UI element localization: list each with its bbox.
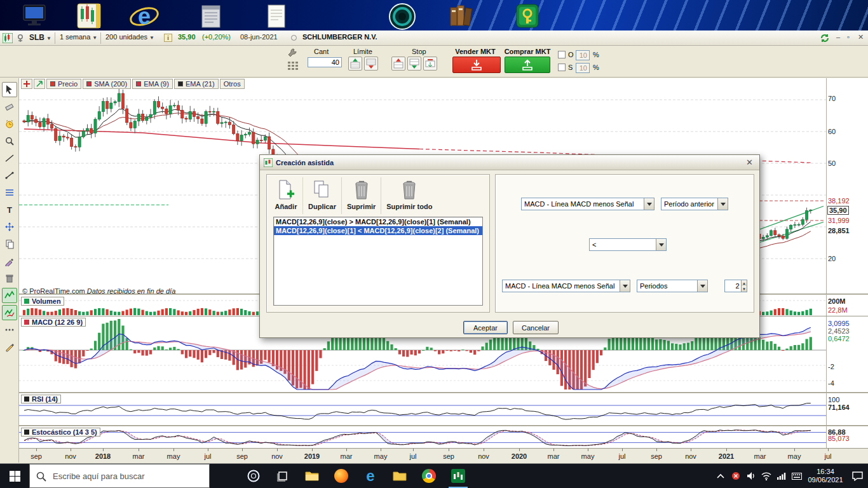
fibonacci-tool[interactable]	[2, 185, 17, 200]
periods-spinner[interactable]: ▲▼	[724, 280, 747, 292]
keyboard-icon[interactable]	[789, 464, 804, 488]
desktop-icon-internet-explorer[interactable]: e	[128, 3, 156, 29]
network-signal-icon[interactable]	[774, 464, 789, 488]
buy-market-button[interactable]	[505, 57, 550, 73]
edge-button[interactable]: e	[356, 464, 385, 488]
tab-ema9[interactable]: EMA (9)	[132, 79, 173, 89]
eraser-tool[interactable]	[2, 99, 17, 114]
buy-limit-button[interactable]	[348, 57, 362, 71]
tab-ema21[interactable]: EMA (21)	[174, 79, 219, 89]
action-center-icon[interactable]	[846, 464, 868, 488]
desktop-icon-keepass[interactable]	[513, 3, 541, 29]
text-tool[interactable]: T	[2, 202, 17, 217]
condition-row[interactable]: MACD[12,26,9](close) > MACD[12,26,9](clo…	[274, 217, 482, 226]
sell-stop-button[interactable]	[407, 57, 421, 71]
zoom-tool[interactable]	[2, 133, 17, 149]
alarm-tool[interactable]	[2, 116, 17, 132]
dialog-suprimir-todo-button[interactable]: Suprimir todo	[381, 177, 437, 214]
dialog-suprimir-button[interactable]: Suprimir	[341, 177, 381, 214]
tray-expand-icon[interactable]	[713, 464, 728, 488]
start-button[interactable]	[0, 464, 29, 488]
desktop-icon-notepad[interactable]	[197, 3, 225, 29]
minimize-button[interactable]: –	[836, 33, 840, 41]
pin-icon[interactable]	[16, 34, 25, 43]
spinner-up-icon[interactable]: ▲	[742, 280, 747, 286]
wrench-icon[interactable]	[287, 48, 297, 58]
duplicate-tool[interactable]	[2, 236, 17, 252]
conditions-list[interactable]: MACD[12,26,9](close) > MACD[12,26,9](clo…	[273, 217, 483, 306]
info-icon[interactable]: i	[164, 34, 172, 42]
spinner-down-icon[interactable]: ▼	[742, 286, 747, 292]
macd-panel-label[interactable]: MACD (12 26 9)	[21, 318, 86, 327]
axis-date-label: jul	[618, 452, 625, 460]
add-indicator-button[interactable]	[21, 79, 32, 89]
move-tool[interactable]	[2, 219, 17, 234]
volume-panel-label[interactable]: Volumen	[21, 297, 64, 306]
taskbar-search[interactable]	[29, 464, 210, 488]
stoch-panel-label[interactable]: Estocástico (14 3 5)	[21, 428, 100, 437]
search-input[interactable]	[30, 471, 209, 482]
objective-value-input[interactable]	[576, 50, 590, 60]
quantity-input[interactable]	[308, 57, 342, 67]
maximize-button[interactable]: ▫	[847, 33, 850, 41]
right-operand-dropdown[interactable]: MACD - Línea MACD menos Señal	[502, 280, 630, 292]
file-explorer-button[interactable]	[297, 464, 327, 488]
delete-tool[interactable]	[2, 271, 17, 286]
timeframe-selector[interactable]: 1 semana▼	[60, 33, 97, 41]
tab-precio[interactable]: Precio	[46, 79, 81, 89]
stoploss-checkbox[interactable]	[558, 64, 566, 71]
pen-tool[interactable]	[2, 339, 17, 355]
dialog-añadir-button[interactable]: Añadir	[269, 177, 302, 214]
time-axis[interactable]: sepnov2018marmayjulsepnov2019marmayjulse…	[19, 448, 868, 463]
more-tools[interactable]	[2, 322, 17, 337]
desktop-icon-monitor[interactable]	[20, 3, 48, 29]
symbol-selector[interactable]: SLB▼	[29, 33, 51, 42]
line-tool[interactable]	[2, 151, 17, 166]
task-view-button[interactable]	[268, 464, 297, 488]
accept-button[interactable]: Aceptar	[463, 321, 508, 334]
sell-limit-button[interactable]	[364, 57, 378, 71]
expand-chart-button[interactable]	[34, 79, 45, 89]
folder-button[interactable]	[385, 464, 414, 488]
tab-sma200[interactable]: SMA (200)	[83, 79, 131, 89]
close-button[interactable]: ✕	[858, 33, 864, 41]
sell-market-button[interactable]	[452, 57, 501, 73]
condition-row[interactable]: MACD[12,26,9](close)[1] < MACD[12,26,9](…	[274, 226, 482, 235]
dialog-close-icon[interactable]: ✕	[743, 158, 756, 167]
zigzag-dual-tool[interactable]	[2, 305, 17, 320]
cursor-tool[interactable]	[2, 82, 17, 97]
company-logo-icon	[291, 35, 297, 41]
prorealtime-taskbar-button[interactable]	[444, 464, 473, 488]
desktop-icon-library[interactable]	[447, 3, 475, 29]
wifi-icon[interactable]	[759, 464, 774, 488]
units-selector[interactable]: 200 unidades▼	[105, 33, 154, 41]
buy-stop-button[interactable]	[391, 57, 405, 71]
rsi-panel-label[interactable]: RSI (14)	[21, 395, 61, 403]
dialog-titlebar[interactable]: Creación asistida ✕	[260, 155, 759, 170]
tray-status-icon[interactable]	[728, 464, 743, 488]
brush-tool[interactable]	[2, 254, 17, 269]
desktop-icon-prorealtime[interactable]	[75, 3, 103, 29]
dialog-duplicar-button[interactable]: Duplicar	[302, 177, 341, 214]
taskbar-clock[interactable]: 16:3409/06/2021	[804, 468, 846, 484]
chrome-button[interactable]	[414, 464, 444, 488]
volume-icon[interactable]	[743, 464, 759, 488]
left-operand-dropdown[interactable]: MACD - Línea MACD menos Señal	[521, 198, 654, 210]
segment-tool[interactable]	[2, 168, 17, 183]
refresh-icon[interactable]	[820, 33, 830, 43]
right-period-dropdown[interactable]: Periodos	[637, 280, 708, 292]
operator-dropdown[interactable]: <	[589, 238, 667, 251]
zigzag-tool[interactable]	[2, 288, 17, 303]
objective-checkbox[interactable]	[558, 51, 566, 58]
keypad-icon[interactable]	[287, 61, 299, 70]
firefox-button[interactable]	[327, 464, 356, 488]
desktop-icon-camera-lens[interactable]	[388, 3, 416, 29]
tab-otros[interactable]: Otros	[220, 79, 245, 89]
stoploss-value-input[interactable]	[576, 63, 590, 73]
stop-order-button[interactable]	[423, 57, 437, 71]
periods-input[interactable]	[725, 280, 741, 292]
cancel-button[interactable]: Cancelar	[513, 321, 559, 334]
cortana-button[interactable]	[239, 464, 268, 488]
left-period-dropdown[interactable]: Período anterior	[661, 198, 728, 210]
desktop-icon-notes[interactable]	[262, 3, 290, 29]
